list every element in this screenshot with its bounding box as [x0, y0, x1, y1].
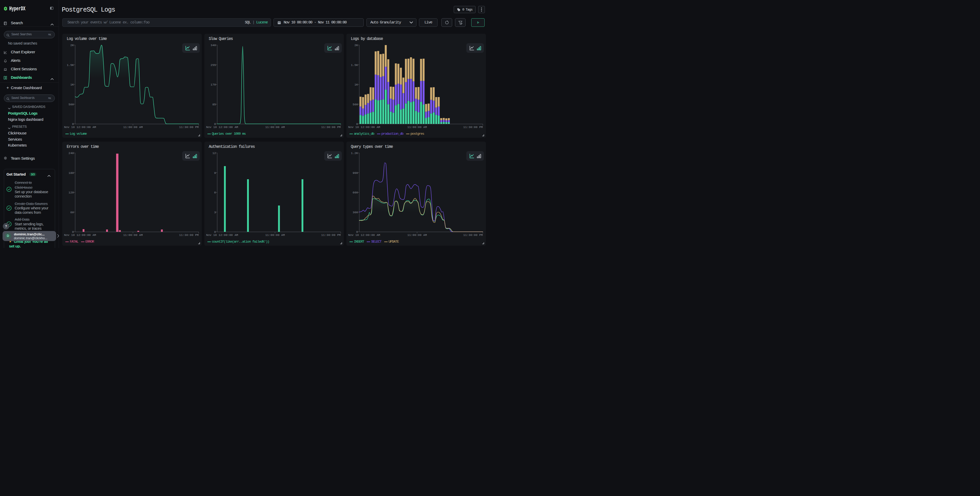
svg-text:11:30:00 PM: 11:30:00 PM [463, 125, 483, 129]
svg-text:Nov 10 12:00:00 AM: Nov 10 12:00:00 AM [64, 233, 96, 237]
svg-text:180: 180 [68, 171, 74, 175]
svg-text:3: 3 [214, 211, 216, 214]
svg-text:11:30:00 PM: 11:30:00 PM [179, 233, 199, 237]
svg-text:60: 60 [70, 211, 74, 214]
svg-text:170: 170 [210, 83, 216, 86]
svg-text:500: 500 [353, 103, 358, 106]
svg-text:11:00:00 AM: 11:00:00 AM [123, 125, 143, 129]
svg-text:11:00:00 AM: 11:00:00 AM [123, 233, 143, 237]
svg-text:900: 900 [353, 171, 358, 175]
svg-text:Nov 10 12:00:00 AM: Nov 10 12:00:00 AM [206, 233, 238, 237]
svg-text:Nov 10 12:00:00 AM: Nov 10 12:00:00 AM [348, 233, 380, 237]
svg-text:11:00:00 AM: 11:00:00 AM [265, 233, 285, 237]
svg-text:1.5K: 1.5K [67, 63, 74, 67]
svg-text:11:30:00 PM: 11:30:00 PM [179, 125, 199, 129]
svg-text:255: 255 [210, 63, 216, 67]
svg-text:9: 9 [214, 171, 216, 175]
svg-text:2K: 2K [70, 43, 74, 47]
svg-text:500: 500 [68, 103, 74, 106]
svg-text:1K: 1K [355, 83, 358, 86]
svg-text:11:00:00 AM: 11:00:00 AM [407, 233, 427, 237]
svg-text:85: 85 [212, 103, 216, 106]
svg-text:Nov 10 12:00:00 AM: Nov 10 12:00:00 AM [206, 125, 238, 129]
svg-text:240: 240 [68, 152, 74, 155]
svg-text:12: 12 [212, 152, 216, 155]
svg-text:Nov 10 12:00:00 AM: Nov 10 12:00:00 AM [348, 125, 380, 129]
svg-text:2K: 2K [355, 43, 358, 47]
svg-text:600: 600 [353, 191, 358, 194]
svg-text:Nov 10 12:00:00 AM: Nov 10 12:00:00 AM [64, 125, 96, 129]
svg-text:11:00:00 AM: 11:00:00 AM [407, 125, 427, 129]
svg-text:6: 6 [214, 191, 216, 194]
svg-text:1.2K: 1.2K [351, 152, 358, 155]
svg-text:1K: 1K [70, 83, 74, 86]
svg-text:120: 120 [68, 191, 74, 194]
svg-text:11:30:00 PM: 11:30:00 PM [463, 233, 483, 237]
svg-text:11:00:00 AM: 11:00:00 AM [265, 125, 285, 129]
svg-text:11:30:00 PM: 11:30:00 PM [321, 233, 341, 237]
svg-text:1.5K: 1.5K [351, 63, 358, 67]
svg-text:300: 300 [353, 211, 358, 214]
svg-text:340: 340 [210, 43, 216, 47]
svg-text:11:30:00 PM: 11:30:00 PM [321, 125, 341, 129]
